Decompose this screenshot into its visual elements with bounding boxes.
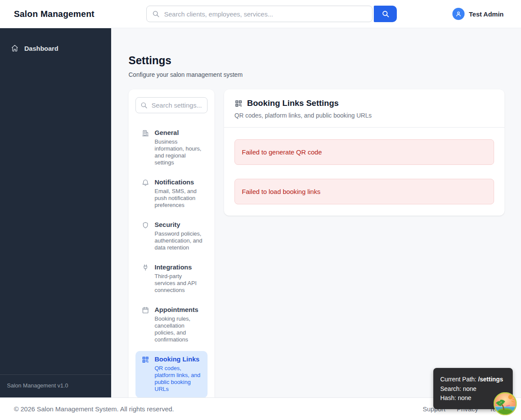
nav-item-description: QR codes, platform links, and public boo…: [155, 365, 202, 393]
panel-subtitle: QR codes, platform links, and public boo…: [234, 112, 494, 119]
search-icon: [382, 10, 389, 18]
person-icon: [455, 10, 462, 17]
search-icon: [152, 10, 160, 18]
user-menu[interactable]: Test Admin: [452, 8, 504, 20]
home-icon: [10, 44, 19, 52]
nav-item-description: Email, SMS, and push notification prefer…: [155, 188, 202, 209]
error-alert-booking-links: Failed to load booking links: [234, 179, 494, 204]
settings-nav-item-booking-links[interactable]: Booking Links QR codes, platform links, …: [135, 351, 208, 397]
booking-links-panel: Booking Links Settings QR codes, platfor…: [224, 89, 505, 216]
settings-nav-card: General Business information, hours, and…: [129, 89, 214, 397]
nav-item-title: General: [155, 129, 202, 136]
app-window: Salon Management Test Admin Dashboar: [0, 0, 521, 420]
building-icon: [142, 129, 149, 137]
panel-title: Booking Links Settings: [247, 98, 339, 108]
body-row: Dashboard Salon Management v1.0 Settings…: [0, 28, 521, 397]
main-content: Settings Configure your salon management…: [111, 28, 521, 397]
nav-item-title: Booking Links: [155, 355, 202, 363]
nav-item-title: Appointments: [155, 306, 202, 313]
sidebar-item-dashboard[interactable]: Dashboard: [5, 39, 106, 57]
plug-icon: [142, 264, 149, 272]
top-header: Salon Management Test Admin: [0, 0, 521, 28]
qr-code-icon: [142, 356, 149, 364]
settings-nav-item-notifications[interactable]: Notifications Email, SMS, and push notif…: [135, 174, 208, 214]
nav-item-title: Integrations: [155, 263, 202, 271]
sidebar: Dashboard Salon Management v1.0: [0, 28, 111, 397]
shield-icon: [142, 221, 149, 229]
calendar-icon: [142, 306, 149, 314]
search-button[interactable]: [374, 6, 397, 22]
user-name: Test Admin: [469, 10, 504, 18]
settings-nav-item-general[interactable]: General Business information, hours, and…: [135, 125, 208, 171]
error-alert-qr-code: Failed to generate QR code: [234, 139, 494, 165]
desert-island-icon[interactable]: [494, 392, 517, 415]
bell-icon: [142, 179, 149, 187]
qr-code-icon: [234, 99, 243, 108]
settings-nav-item-integrations[interactable]: Integrations Third-party services and AP…: [135, 259, 208, 299]
nav-item-description: Booking rules, cancellation policies, an…: [155, 315, 202, 343]
search-input[interactable]: [146, 6, 373, 22]
app-title: Salon Management: [14, 9, 94, 19]
panel-body: Failed to generate QR code Failed to loa…: [224, 128, 505, 216]
search-icon: [140, 102, 148, 109]
nav-item-title: Security: [155, 221, 202, 228]
copyright-text: © 2026 Salon Management System. All righ…: [14, 405, 174, 413]
global-search: [146, 6, 397, 22]
settings-nav-item-security[interactable]: Security Password policies, authenticati…: [135, 217, 208, 256]
sidebar-item-label: Dashboard: [24, 45, 58, 52]
nav-item-description: Third-party services and API connections: [155, 273, 202, 294]
nav-item-description: Password policies, authentication, and d…: [155, 230, 202, 251]
nav-item-description: Business information, hours, and regiona…: [155, 138, 202, 166]
sidebar-nav: Dashboard: [0, 28, 111, 374]
panel-header: Booking Links Settings QR codes, platfor…: [224, 89, 505, 128]
page-title: Settings: [129, 54, 505, 67]
settings-nav-item-appointments[interactable]: Appointments Booking rules, cancellation…: [135, 302, 208, 348]
avatar: [452, 8, 465, 20]
nav-item-title: Notifications: [155, 178, 202, 186]
sidebar-version: Salon Management v1.0: [0, 374, 111, 397]
debug-current-path: Current Path: /settings: [440, 375, 506, 384]
page-subtitle: Configure your salon management system: [129, 71, 505, 78]
